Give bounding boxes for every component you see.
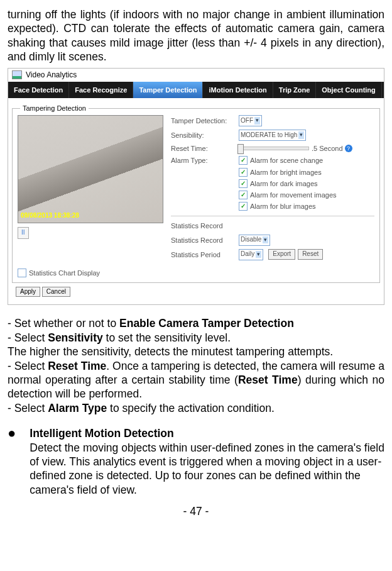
- stats-period-label: Statistics Period: [171, 250, 239, 259]
- sensibility-select[interactable]: MODERATE to High▾: [239, 130, 306, 141]
- sensibility-label: Sensibility:: [171, 131, 239, 140]
- reset-time-slider[interactable]: [239, 147, 309, 150]
- app-title: Video Analytics: [26, 70, 77, 80]
- imd-description: Detect the moving objects within user-de…: [30, 441, 384, 497]
- apply-button[interactable]: Apply: [16, 287, 40, 297]
- imd-section: ● Intelligent Motion Detection Detect th…: [8, 426, 384, 497]
- stats-section-title: Statistics Record: [171, 221, 374, 230]
- alarm-dark-label: Alarm for dark images: [250, 179, 318, 188]
- app-window: Video Analytics Face Detection Face Reco…: [8, 68, 384, 306]
- bullet-icon: ●: [8, 426, 16, 440]
- video-preview: 09/08/2013 18:38:28: [18, 115, 163, 223]
- page-number: - 47 -: [8, 504, 384, 518]
- tab-object-counting[interactable]: Object Counting: [316, 82, 382, 98]
- alarm-blur-checkbox[interactable]: ✓: [239, 202, 248, 211]
- stats-record-label: Statistics Record: [171, 236, 239, 245]
- export-button[interactable]: Export: [268, 249, 295, 260]
- tab-imotion-detection[interactable]: iMotion Detection: [203, 82, 273, 98]
- reset-time-value: .5 Second: [312, 144, 343, 153]
- alarm-dark-checkbox[interactable]: ✓: [239, 179, 248, 188]
- stats-chart-checkbox[interactable]: ✓: [18, 269, 26, 277]
- alarm-movement-checkbox[interactable]: ✓: [239, 191, 248, 199]
- dropdown-arrow-icon: ▾: [254, 117, 260, 125]
- divider: [171, 216, 374, 216]
- reset-time-label: Reset Time:: [171, 144, 239, 153]
- intro-paragraph: turning off the lights (if indoors with …: [8, 8, 384, 64]
- dropdown-arrow-icon: ▾: [263, 236, 268, 244]
- pause-button[interactable]: II: [18, 227, 29, 239]
- alarm-scene-label: Alarm for scene change: [250, 156, 323, 165]
- app-icon: [12, 70, 22, 79]
- alarm-scene-checkbox[interactable]: ✓: [239, 156, 248, 165]
- dropdown-arrow-icon: ▾: [298, 131, 304, 139]
- dropdown-arrow-icon: ▾: [256, 251, 261, 258]
- tab-face-recognize[interactable]: Face Recognize: [69, 82, 133, 98]
- imd-title: Intelligent Motion Detection: [30, 426, 384, 440]
- body-text: - Set whether or not to Enable Camera Ta…: [8, 316, 384, 415]
- alarm-bright-checkbox[interactable]: ✓: [239, 168, 248, 177]
- alarm-type-label: Alarm Type:: [171, 156, 239, 165]
- alarm-blur-label: Alarm for blur images: [250, 202, 316, 211]
- fieldset-legend: Tampering Detection: [20, 104, 89, 113]
- tab-tamper-detection[interactable]: Tamper Detection: [133, 82, 203, 98]
- alarm-movement-label: Alarm for movement images: [250, 191, 337, 199]
- tabs-bar: Face Detection Face Recognize Tamper Det…: [8, 82, 384, 98]
- app-titlebar: Video Analytics: [8, 69, 384, 82]
- alarm-bright-label: Alarm for bright images: [250, 168, 322, 177]
- stats-chart-label: Statistics Chart Display: [29, 269, 100, 277]
- slider-thumb[interactable]: [237, 144, 244, 154]
- tab-trip-zone[interactable]: Trip Zone: [273, 82, 317, 98]
- reset-button[interactable]: Reset: [298, 249, 323, 260]
- stats-period-select[interactable]: Daily▾: [239, 249, 263, 260]
- tamper-detection-select[interactable]: OFF▾: [239, 115, 262, 126]
- timestamp-overlay: 09/08/2013 18:38:28: [21, 212, 79, 220]
- help-icon[interactable]: ?: [345, 145, 352, 152]
- cancel-button[interactable]: Cancel: [42, 287, 70, 297]
- stats-record-select[interactable]: Disable▾: [239, 235, 270, 246]
- tamper-detection-label: Tamper Detection:: [171, 116, 239, 125]
- tab-face-detection[interactable]: Face Detection: [8, 82, 69, 98]
- tampering-fieldset: Tampering Detection 09/08/2013 18:38:28 …: [12, 108, 380, 283]
